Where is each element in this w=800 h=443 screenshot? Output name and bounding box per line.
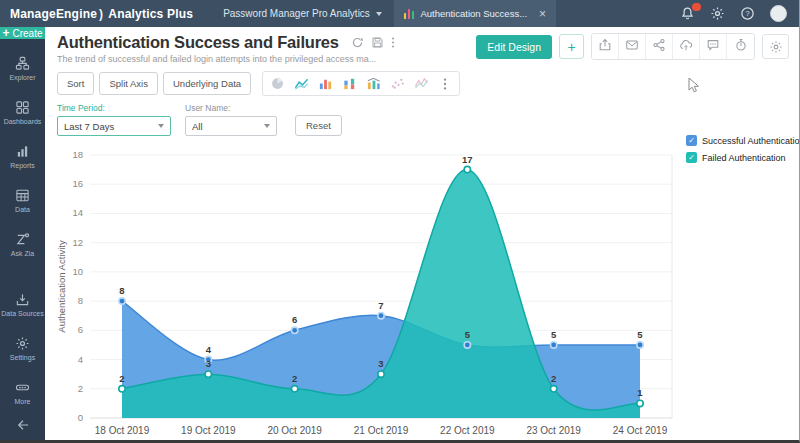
data-point[interactable] (550, 342, 556, 348)
sidebar-item-data[interactable]: Data (0, 179, 45, 223)
sidebar-item-data-sources[interactable]: Data Sources (0, 283, 45, 327)
report-actions: Edit Design + (476, 33, 789, 60)
data-icon (15, 188, 30, 203)
cloud-upload-icon (679, 38, 693, 56)
ask-zia-icon (15, 232, 30, 247)
collapse-sidebar-icon[interactable] (0, 415, 45, 435)
data-point[interactable] (119, 298, 125, 304)
tab-authentication-report[interactable]: Authentication Success... × (394, 0, 556, 27)
tab-close-icon[interactable]: × (539, 8, 546, 20)
data-point[interactable] (205, 371, 211, 377)
data-point[interactable] (378, 313, 384, 319)
user-name-filter: User Name: All (185, 103, 277, 136)
underlying-data-button[interactable]: Underlying Data (163, 72, 251, 95)
svg-text:2: 2 (292, 373, 297, 384)
create-button[interactable]: + Create (0, 27, 45, 39)
share-button[interactable] (646, 34, 673, 59)
share-icon (652, 38, 666, 56)
web-chart-icon[interactable] (409, 73, 433, 94)
svg-text:22 Oct 2019: 22 Oct 2019 (440, 425, 495, 436)
settings-icon (15, 336, 30, 351)
stacked-bar-chart-icon[interactable] (337, 73, 361, 94)
user-name-select[interactable]: All (185, 116, 277, 136)
plus-icon: + (2, 27, 9, 39)
chart-options-kebab-icon[interactable] (433, 73, 457, 94)
svg-text:21 Oct 2019: 21 Oct 2019 (354, 425, 409, 436)
legend-item-failed-authentication[interactable]: ✓Failed Authentication (686, 152, 800, 163)
schedule-button[interactable] (727, 34, 754, 59)
report-settings-button[interactable] (762, 34, 789, 59)
mail-button[interactable] (619, 34, 646, 59)
save-icon[interactable] (371, 36, 384, 49)
time-period-select[interactable]: Last 7 Days (57, 116, 171, 136)
brand-part2: Analytics Plus (108, 7, 193, 21)
svg-text:8: 8 (119, 285, 124, 296)
svg-text:17: 17 (462, 154, 473, 165)
sidebar-item-dashboards[interactable]: Dashboards (0, 91, 45, 135)
data-point[interactable] (378, 371, 384, 377)
data-point[interactable] (550, 386, 556, 392)
area-chart: 024681012141618Authentication Activity18… (45, 145, 735, 443)
sidebar-item-label: Explorer (9, 74, 35, 82)
export-icon (598, 38, 612, 56)
notifications-bell-icon[interactable] (680, 6, 695, 21)
avatar[interactable] (770, 5, 787, 22)
gear-icon[interactable] (710, 6, 725, 21)
tab-label: Authentication Success... (420, 8, 527, 19)
sidebar-item-explorer[interactable]: Explorer (0, 47, 45, 91)
sidebar-item-label: More (15, 398, 31, 406)
export-button[interactable] (592, 34, 619, 59)
add-button[interactable]: + (559, 34, 584, 59)
svg-text:7: 7 (378, 300, 383, 311)
title-action-icons (351, 36, 395, 49)
more-icon (15, 380, 30, 395)
mail-icon (625, 38, 639, 56)
page-title: Authentication Success and Failures (57, 33, 339, 52)
dashboards-icon (15, 100, 30, 115)
chevron-down-icon (158, 124, 164, 128)
refresh-icon[interactable] (351, 36, 364, 49)
data-point[interactable] (637, 400, 643, 406)
svg-text:3: 3 (378, 358, 383, 369)
data-point[interactable] (637, 342, 643, 348)
chart-type-selector (262, 71, 460, 96)
data-point[interactable] (291, 386, 297, 392)
sidebar-item-settings[interactable]: Settings (0, 327, 45, 371)
time-period-label: Time Period: (57, 103, 171, 113)
legend-item-successful-authentication[interactable]: ✓Successful Authentication (686, 135, 800, 146)
create-label: Create (13, 28, 43, 39)
chart-legend: ✓Successful Authentication✓Failed Authen… (686, 135, 800, 163)
edit-design-button[interactable]: Edit Design (476, 35, 552, 59)
report-subtitle: The trend of successful and failed login… (57, 54, 395, 64)
legend-checkbox[interactable]: ✓ (686, 135, 697, 146)
sidebar-item-reports[interactable]: Reports (0, 135, 45, 179)
pie-chart-icon[interactable] (265, 73, 289, 94)
split-axis-button[interactable]: Split Axis (99, 72, 158, 95)
sidebar-item-ask-zia[interactable]: Ask Zia (0, 223, 45, 267)
chevron-down-icon (264, 124, 270, 128)
line-chart-icon[interactable] (289, 73, 313, 94)
svg-text:20 Oct 2019: 20 Oct 2019 (267, 425, 322, 436)
legend-label: Failed Authentication (702, 153, 786, 163)
sidebar-item-label: Settings (10, 354, 35, 362)
data-point[interactable] (464, 166, 470, 172)
bar-line-chart-icon[interactable] (361, 73, 385, 94)
help-icon[interactable]: ? (740, 6, 755, 21)
bar-chart-icon[interactable] (313, 73, 337, 94)
legend-checkbox[interactable]: ✓ (686, 152, 697, 163)
data-point[interactable] (464, 342, 470, 348)
legend-label: Successful Authentication (702, 136, 800, 146)
kebab-icon[interactable] (391, 36, 395, 49)
sidebar-item-more[interactable]: More (0, 371, 45, 415)
user-name-label: User Name: (185, 103, 277, 113)
data-point[interactable] (291, 327, 297, 333)
data-point[interactable] (119, 386, 125, 392)
scatter-chart-icon[interactable] (385, 73, 409, 94)
comment-button[interactable] (700, 34, 727, 59)
reset-button[interactable]: Reset (295, 115, 342, 136)
cloud-upload-button[interactable] (673, 34, 700, 59)
svg-text:2: 2 (78, 383, 83, 394)
sort-button[interactable]: Sort (57, 72, 94, 95)
workspace-selector[interactable]: Password Manager Pro Analytics (223, 8, 382, 19)
chart-canvas[interactable]: 024681012141618Authentication Activity18… (45, 145, 735, 443)
